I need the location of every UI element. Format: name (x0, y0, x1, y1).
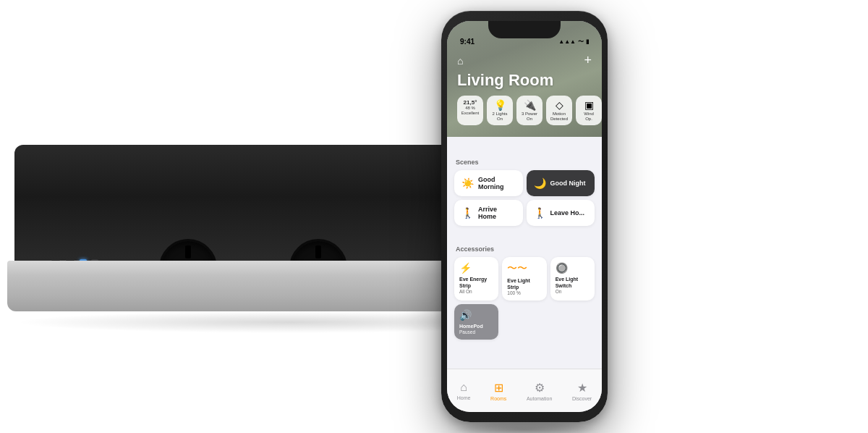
motion-icon: ◇ (556, 99, 563, 111)
power-icon: 🔌 (524, 99, 536, 111)
homepod-name: HomePod (459, 323, 493, 329)
homepod-icon: 🔊 (459, 309, 493, 321)
air-quality-label: 48 %Excellent (461, 106, 479, 116)
light-strip-status: 100 % (507, 290, 541, 295)
energy-strip-status: All On (459, 289, 493, 294)
outlet-2-slot-left (315, 245, 321, 258)
temperature-widget[interactable]: 21,5° 48 %Excellent (457, 96, 483, 125)
window-label: WindOp. (584, 112, 594, 122)
light-strip-name: Eve Light Strip (507, 277, 541, 290)
outlet-slot-left (185, 245, 191, 258)
window-widget[interactable]: ▣ WindOp. (576, 96, 602, 125)
lights-label: 2 LightsOn (492, 112, 507, 122)
phone-drop-shadow (452, 422, 597, 433)
light-switch-icon: 🔘 (556, 262, 590, 274)
energy-strip-name: Eve Energy Strip (459, 276, 493, 289)
arrive-icon: 🚶 (461, 207, 474, 219)
accessories-label: Accessories (454, 245, 595, 253)
leave-icon: 🚶 (534, 207, 546, 219)
app-header: ⌂ + Living Room 21,5° 48 %Excellent 💡 2 … (447, 49, 602, 125)
room-title: Living Room (457, 71, 592, 90)
good-night-label: Good Night (550, 180, 586, 187)
status-time: 9:41 (460, 38, 475, 46)
power-label: 3 PowerOn (522, 112, 537, 122)
eve-energy-strip-card[interactable]: ⚡ Eve Energy Strip All On (454, 257, 498, 300)
scenes-grid: ☀️ Good Morning 🌙 Good Night 🚶 Arrive Ho… (454, 170, 595, 226)
status-icons: ▲▲▲ 〜 ▮ (558, 38, 589, 46)
scenes-section: Scenes ☀️ Good Morning 🌙 Good Night 🚶 Ar… (447, 159, 602, 226)
tab-automation-icon: ⚙ (535, 381, 545, 395)
phone-screen: 9:41 ▲▲▲ 〜 ▮ ⌂ + Living Room 21,5° (447, 21, 602, 412)
arrive-home-label: Arrive Home (478, 206, 516, 220)
eve-light-strip-card[interactable]: 〜〜 Eve Light Strip 100 % (502, 257, 546, 300)
tab-rooms-label: Rooms (490, 396, 506, 401)
eve-light-switch-card[interactable]: 🔘 Eve Light Switch On (550, 257, 595, 300)
tab-home[interactable]: ⌂ Home (457, 381, 471, 400)
signal-icon: ▲▲▲ (558, 38, 576, 45)
motion-widget[interactable]: ◇ MotionDetected (546, 96, 572, 125)
home-nav-icon[interactable]: ⌂ (457, 55, 463, 67)
accessories-grid: ⚡ Eve Energy Strip All On 〜〜 Eve Light S… (454, 257, 595, 300)
good-night-icon: 🌙 (534, 177, 546, 189)
tab-rooms-icon: ⊞ (494, 381, 503, 395)
lights-widget[interactable]: 💡 2 LightsOn (487, 96, 513, 125)
window-icon: ▣ (584, 99, 594, 111)
tab-bar: ⌂ Home ⊞ Rooms ⚙ Automation ★ Discover (447, 369, 602, 412)
tab-automation[interactable]: ⚙ Automation (527, 381, 552, 401)
scene-good-night[interactable]: 🌙 Good Night (527, 170, 595, 196)
battery-icon: ▮ (586, 38, 589, 45)
accessories-section: Accessories ⚡ Eve Energy Strip All On 〜〜… (447, 245, 602, 343)
light-strip-icon: 〜〜 (507, 262, 541, 275)
leave-home-label: Leave Ho... (550, 209, 585, 216)
motion-label: MotionDetected (550, 112, 568, 122)
scenes-label: Scenes (454, 159, 595, 166)
energy-strip-icon: ⚡ (459, 262, 493, 274)
homepod-row: 🔊 HomePod Paused (454, 304, 595, 340)
light-switch-name: Eve Light Switch (556, 276, 590, 289)
scene-arrive-home[interactable]: 🚶 Arrive Home (454, 200, 523, 226)
temp-value: 21,5° (464, 99, 477, 106)
phone-notch (488, 21, 561, 38)
tab-rooms[interactable]: ⊞ Rooms (490, 381, 506, 401)
tab-discover[interactable]: ★ Discover (572, 381, 592, 401)
tab-discover-label: Discover (572, 396, 592, 401)
wifi-icon: 〜 (578, 38, 584, 46)
homepod-card[interactable]: 🔊 HomePod Paused (454, 304, 498, 340)
good-morning-icon: ☀️ (461, 177, 474, 189)
homepod-status: Paused (459, 329, 493, 335)
tab-home-icon: ⌂ (460, 381, 467, 394)
add-room-icon[interactable]: + (584, 53, 592, 68)
app-nav-row: ⌂ + (457, 53, 592, 68)
light-switch-status: On (556, 289, 590, 294)
tab-home-label: Home (457, 395, 471, 400)
good-morning-label: Good Morning (478, 176, 516, 190)
widgets-row: 21,5° 48 %Excellent 💡 2 LightsOn 🔌 3 Pow… (457, 96, 592, 125)
scene-leave-home[interactable]: 🚶 Leave Ho... (527, 200, 595, 226)
scene-good-morning[interactable]: ☀️ Good Morning (454, 170, 523, 196)
phone-shell: 9:41 ▲▲▲ 〜 ▮ ⌂ + Living Room 21,5° (441, 11, 608, 422)
tab-automation-label: Automation (527, 396, 552, 401)
light-icon: 💡 (494, 99, 506, 111)
tab-discover-icon: ★ (577, 381, 587, 395)
power-widget[interactable]: 🔌 3 PowerOn (516, 96, 542, 125)
smartphone: 9:41 ▲▲▲ 〜 ▮ ⌂ + Living Room 21,5° (441, 11, 608, 422)
